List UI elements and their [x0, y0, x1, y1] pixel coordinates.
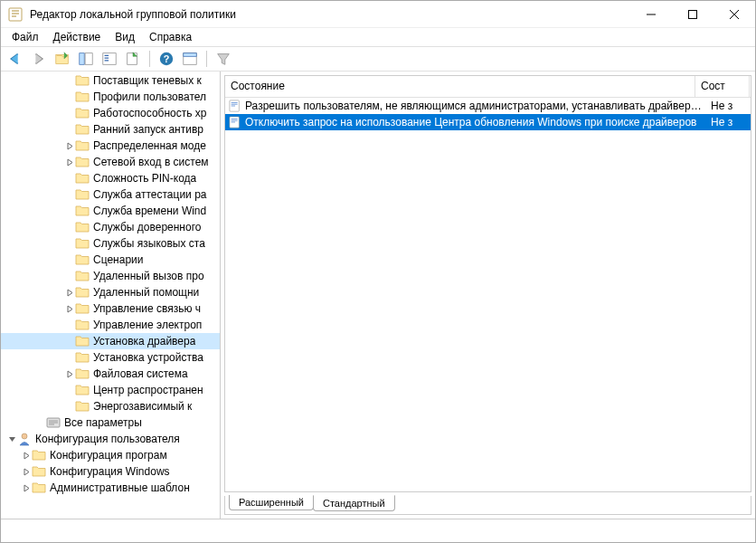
show-hide-tree-icon: [78, 51, 94, 67]
menu-item-1[interactable]: Действие: [46, 29, 109, 45]
column-header-state[interactable]: Состояние: [225, 76, 695, 97]
tree-item[interactable]: Конфигурация пользователя: [1, 431, 220, 447]
folder-icon: [75, 106, 90, 120]
tree-item[interactable]: Служба времени Wind: [1, 203, 220, 219]
folder-icon: [75, 383, 90, 397]
help-button[interactable]: ?: [156, 49, 177, 69]
tree-item[interactable]: Работоспособность хр: [1, 105, 220, 121]
export-button[interactable]: [122, 49, 144, 69]
list-item-status: Не з: [711, 100, 747, 112]
show-hide-tree-button[interactable]: [75, 49, 97, 69]
show-hide-pane-icon: [101, 51, 118, 67]
svg-rect-4: [689, 10, 697, 18]
folder-icon: [75, 204, 90, 218]
view-tab[interactable]: Расширенный: [229, 495, 314, 510]
folder-icon: [75, 367, 90, 381]
folder-icon: [75, 269, 90, 283]
tree-item[interactable]: Сценарии: [1, 252, 220, 268]
tree-label: Профили пользовател: [93, 90, 206, 103]
view-tabs: РасширенныйСтандартный: [224, 496, 751, 515]
tree-toggle-icon[interactable]: [64, 142, 75, 150]
window-title: Редактор локальной групповой политики: [30, 8, 630, 21]
tree-item[interactable]: Управление связью ч: [1, 300, 220, 317]
tree-item[interactable]: Удаленный помощни: [1, 284, 220, 300]
list-header: СостояниеСост: [225, 76, 751, 98]
maximize-button[interactable]: [672, 1, 713, 28]
tree-label: Распределенная моде: [93, 139, 206, 152]
tree-label: Файловая система: [93, 367, 188, 380]
tree-item[interactable]: Установка драйвера: [1, 333, 220, 349]
tree-pane: Поставщик теневых кПрофили пользователРа…: [1, 71, 221, 519]
tree-toggle-icon[interactable]: [21, 468, 32, 476]
tree-toggle-icon[interactable]: [64, 305, 75, 313]
svg-rect-6: [80, 53, 84, 65]
folder-icon: [75, 73, 90, 88]
horizontal-scrollbar[interactable]: [225, 475, 751, 491]
tree-item[interactable]: Файловая система: [1, 366, 220, 382]
tree-item[interactable]: Установка устройства: [1, 349, 220, 366]
tree-item[interactable]: Все параметры: [1, 414, 220, 431]
filter-button[interactable]: [213, 49, 234, 69]
show-hide-pane-button[interactable]: [99, 49, 120, 69]
tree-label: Удаленный вызов про: [93, 270, 204, 282]
tree-item[interactable]: Центр распространен: [1, 382, 220, 398]
menu-item-3[interactable]: Справка: [142, 29, 199, 45]
tree-item[interactable]: Служба аттестации ра: [1, 186, 220, 203]
tree-item[interactable]: Удаленный вызов про: [1, 268, 220, 284]
folder-icon: [32, 481, 46, 495]
title-bar: Редактор локальной групповой политики: [1, 1, 755, 28]
menu-item-2[interactable]: Вид: [108, 29, 142, 45]
tree-item[interactable]: Службы языковых ста: [1, 235, 220, 252]
tree-item[interactable]: Профили пользовател: [1, 89, 220, 105]
tree-label: Служба аттестации ра: [93, 188, 207, 201]
list-item[interactable]: Разрешить пользователям, не являющимся а…: [225, 98, 751, 114]
tree-label: Службы языковых ста: [93, 237, 205, 250]
tree-item[interactable]: Распределенная моде: [1, 138, 220, 154]
forward-button[interactable]: [28, 49, 50, 69]
tree-item[interactable]: Конфигурация Windows: [1, 463, 220, 480]
tree-item[interactable]: Управление электроп: [1, 317, 220, 333]
tree-item[interactable]: Поставщик теневых к: [1, 72, 220, 89]
tree-toggle-icon[interactable]: [64, 370, 75, 378]
toolbar-separator: [149, 51, 150, 67]
tree-label: Центр распространен: [93, 384, 203, 396]
folder-icon: [75, 252, 90, 267]
minimize-button[interactable]: [630, 1, 672, 28]
tree-toggle-icon[interactable]: [21, 484, 32, 492]
list-item-label: Отключить запрос на использование Центра…: [245, 116, 707, 129]
tree-toggle-icon[interactable]: [21, 452, 32, 460]
tree-label: Службы доверенного: [93, 221, 201, 233]
help-icon: ?: [158, 51, 175, 67]
toolbar: ?: [1, 46, 755, 71]
close-button[interactable]: [713, 1, 755, 28]
tree-label: Сложность PIN-кода: [93, 172, 196, 185]
tree-toggle-icon[interactable]: [64, 289, 75, 297]
tree-item[interactable]: Сложность PIN-кода: [1, 170, 220, 186]
tree-toggle-icon[interactable]: [64, 158, 75, 167]
up-button[interactable]: [52, 49, 73, 69]
view-tab[interactable]: Стандартный: [313, 495, 395, 511]
tree-item[interactable]: Ранний запуск антивр: [1, 121, 220, 138]
tree-label: Все параметры: [64, 416, 142, 429]
tree-item[interactable]: Службы доверенного: [1, 219, 220, 235]
menu-item-0[interactable]: Файл: [5, 29, 46, 45]
list-item[interactable]: Отключить запрос на использование Центра…: [225, 114, 751, 130]
tree-item[interactable]: Административные шаблон: [1, 480, 220, 496]
tree-label: Ранний запуск антивр: [93, 123, 203, 136]
tree-label: Конфигурация Windows: [50, 465, 170, 478]
folder-icon: [75, 138, 90, 153]
tree-label: Сценарии: [93, 253, 143, 266]
folder-icon: [75, 318, 90, 332]
tree-item[interactable]: Энергозависимый к: [1, 398, 220, 414]
properties-icon: [182, 51, 198, 67]
status-bar: [1, 519, 755, 538]
tree-item[interactable]: Сетевой вход в систем: [1, 154, 220, 170]
column-header-status[interactable]: Сост: [695, 76, 750, 97]
tree-toggle-icon[interactable]: [6, 435, 17, 443]
tree-label: Поставщик теневых к: [93, 74, 202, 87]
back-button[interactable]: [5, 49, 26, 69]
tree-label: Административные шаблон: [50, 481, 190, 494]
list-body: Разрешить пользователям, не являющимся а…: [225, 98, 751, 475]
properties-button[interactable]: [179, 49, 201, 69]
tree-item[interactable]: Конфигурация програм: [1, 447, 220, 463]
